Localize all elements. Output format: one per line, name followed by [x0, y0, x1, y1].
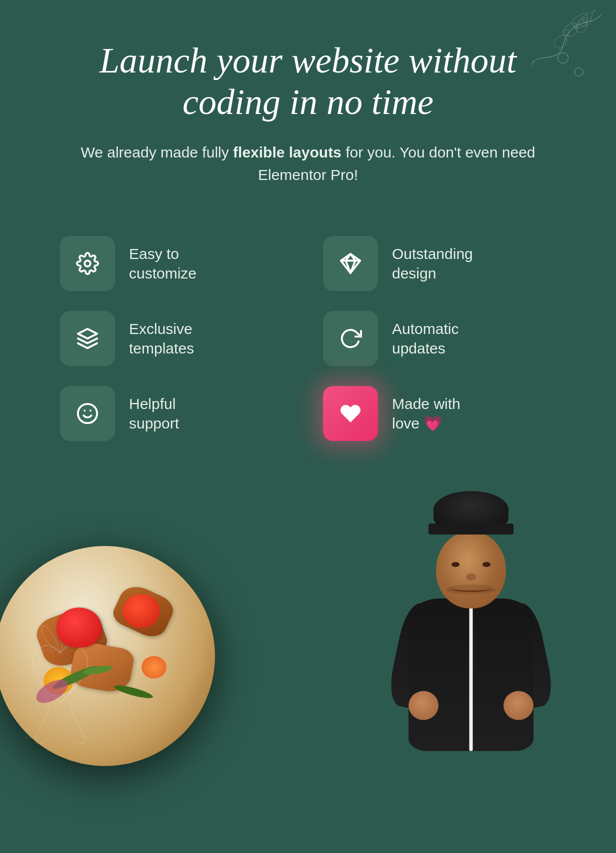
- feature-label-easy-customize: Easy tocustomize: [129, 244, 196, 283]
- chef-jacket-placket: [470, 598, 473, 751]
- food-herb-2: [113, 683, 154, 700]
- subtitle-bold: flexible layouts: [233, 144, 342, 160]
- layers-icon: [76, 327, 99, 350]
- chef-nose: [466, 574, 476, 580]
- svg-point-4: [84, 260, 90, 266]
- chef-hat-puff: [434, 491, 508, 528]
- feature-icon-box-heart: [323, 386, 378, 441]
- chef-beard: [446, 584, 496, 594]
- page-wrapper: Launch your website without coding in no…: [0, 0, 616, 853]
- chef-figure: [384, 491, 558, 751]
- header-section: Launch your website without coding in no…: [0, 0, 616, 206]
- feature-icon-box-refresh: [323, 311, 378, 366]
- subtitle-prefix: We already made fully: [80, 144, 233, 160]
- feature-icon-box-gear: [60, 236, 115, 291]
- feature-item-exclusive-templates: Exclusivetemplates: [60, 311, 293, 366]
- feature-label-automatic-updates: Automaticupdates: [392, 319, 458, 358]
- feature-item-made-with-love: Made withlove 💗: [323, 386, 556, 441]
- gear-icon: [76, 252, 99, 275]
- food-veggie-orange: [142, 656, 166, 678]
- feature-item-helpful-support: Helpfulsupport: [60, 386, 293, 441]
- chef-eye-left: [452, 562, 460, 567]
- feature-label-exclusive-templates: Exclusivetemplates: [129, 319, 194, 358]
- smile-icon: [76, 402, 99, 425]
- feature-label-made-with-love: Made withlove 💗: [392, 394, 460, 433]
- main-title: Launch your website without coding in no…: [50, 40, 566, 123]
- food-tomato-2: [122, 594, 160, 628]
- refresh-icon: [339, 327, 362, 350]
- chef-jacket-body: [408, 598, 534, 751]
- heart-icon: [339, 402, 362, 425]
- features-grid: Easy tocustomize Outstandingdesign: [0, 206, 616, 471]
- svg-point-6: [78, 404, 97, 422]
- food-tomato-1: [56, 608, 102, 648]
- feature-icon-box-layers: [60, 311, 115, 366]
- chef-eye-right: [482, 562, 490, 567]
- diamond-icon: [339, 252, 362, 275]
- subtitle: We already made fully flexible layouts f…: [50, 141, 566, 186]
- feature-label-outstanding-design: Outstandingdesign: [392, 244, 473, 283]
- chef-area: [366, 481, 576, 751]
- feature-item-automatic-updates: Automaticupdates: [323, 311, 556, 366]
- chef-hat-brim: [428, 524, 514, 534]
- chef-hand-left: [408, 691, 438, 720]
- feature-icon-box-diamond: [323, 236, 378, 291]
- feature-label-helpful-support: Helpfulsupport: [129, 394, 179, 433]
- chef-hand-right: [504, 691, 534, 720]
- feature-item-outstanding-design: Outstandingdesign: [323, 236, 556, 291]
- feature-icon-box-smile: [60, 386, 115, 441]
- chef-face: [436, 531, 506, 608]
- svg-marker-5: [78, 328, 97, 338]
- feature-item-easy-customize: Easy tocustomize: [60, 236, 293, 291]
